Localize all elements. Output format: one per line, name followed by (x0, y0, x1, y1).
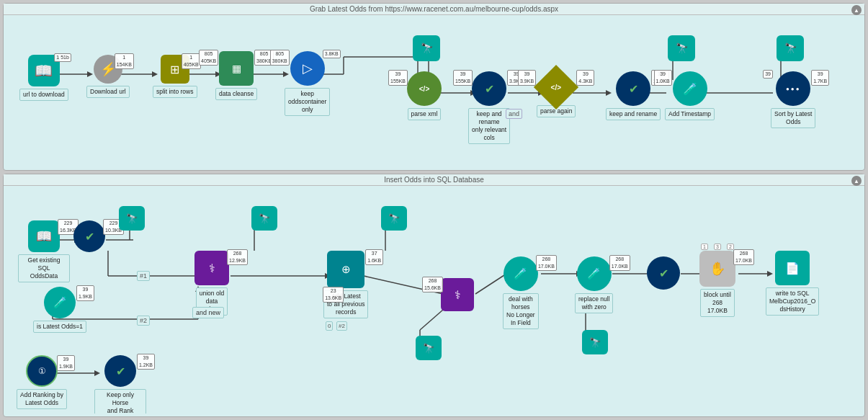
node-bino3[interactable]: 🔭 (381, 206, 407, 231)
node-keep-rename[interactable]: ✔ 393.9KB 39155KB keep andrenameonly rel… (468, 71, 510, 144)
panel2-title-text: Insert Odds into SQL Database (384, 176, 484, 184)
badge-sort-r: 391.7KB (811, 70, 829, 86)
label-hash1: #1 (137, 271, 150, 281)
node-check2[interactable]: ✔ (647, 256, 680, 290)
node-data-cleanse[interactable]: ▦ 805380KB 805405KB data cleanse (215, 51, 257, 100)
node-keep-rank[interactable]: ✔ 391.2KB Keep only Horseand Rank (94, 355, 146, 414)
node-add-timestamp[interactable]: 🧪 391.0KB Add Timestamp (665, 71, 715, 120)
panel-insert-sql: Insert Odds into SQL Database ▲ (3, 174, 865, 417)
label-keeprank: Keep only Horseand Rank (94, 389, 146, 414)
badge-null-r: 26817.0KB (609, 255, 630, 271)
badge-ranking-r: 391.9KB (57, 355, 75, 371)
svg-line-43 (475, 274, 506, 294)
badge-block-r: 26817.0KB (733, 249, 754, 265)
badge-rank-r: 391.2KB (137, 354, 155, 370)
label-keepodds: keepoddscontaineronly (285, 88, 330, 116)
label-rename: keep andrenameonly relevantcols (468, 108, 510, 144)
panel1-title: Grab Latest Odds from https://www.racene… (4, 4, 864, 15)
label-url: url to download (19, 89, 68, 101)
badge-horses-r: 26817.0KB (536, 255, 557, 271)
label-null: replace nullwith zero (575, 293, 613, 313)
node-bino-above-sort[interactable]: 🔭 (777, 35, 804, 61)
node-latest-odds[interactable]: 🧪 391.9KB is Latest Odds=1 (33, 287, 86, 333)
label-and: and (506, 109, 522, 119)
node-bino5[interactable]: 🔭 (582, 330, 608, 354)
node-bino1[interactable]: 🔭 (119, 206, 145, 231)
panel1-title-text: Grab Latest Odds from https://www.racene… (310, 5, 558, 13)
badge-addlatest-b: 2313.6KB (323, 287, 344, 303)
badge-latestodds-r: 391.9KB (76, 285, 94, 301)
label-split: split into rows (153, 86, 197, 98)
node-parse-again[interactable]: </> 394.3KB 393.9KB parse again (537, 71, 576, 117)
label-block: block until26817.0KB (700, 289, 735, 317)
panel2-title: Insert Odds into SQL Database (4, 174, 864, 186)
badge-addlatest-r: 371.6KB (365, 249, 383, 265)
badge-cleanse-l: 805405KB (199, 50, 218, 66)
badge-rename-l: 39155KB (453, 70, 473, 86)
badge-dna2-l: 26815.6KB (422, 277, 443, 292)
node-download-url[interactable]: ⚡ 1154KB Download url (86, 55, 130, 98)
label-writesql: write to SQLMelbCup2016_OdsHistory (766, 287, 819, 316)
panel-grab-odds: Grab Latest Odds from https://www.racene… (3, 3, 865, 171)
panel2-collapse[interactable]: ▲ (851, 176, 862, 186)
label-download: Download url (86, 86, 130, 98)
port-block1: 1 (701, 243, 708, 250)
panel2-flow: 📖 22916.3KB Get existing SQLOddsData ✔ 2… (4, 186, 864, 414)
node-bino-above-ts[interactable]: 🔭 (668, 35, 695, 61)
badge-url: 1 51b (54, 53, 71, 62)
label-hash2: #2 (137, 316, 150, 326)
label-parsexml: parse xml (408, 108, 442, 120)
badge-keepodds-l: 805380KB (270, 50, 290, 66)
badge-download: 1154KB (115, 53, 134, 69)
label-hash2b: #2 (336, 321, 347, 331)
node-bino4[interactable]: 🔭 (416, 336, 442, 360)
port-block3: 3 (714, 243, 721, 250)
node-replace-null[interactable]: 🧪 26817.0KB replace nullwith zero (575, 256, 613, 313)
label-zero: 0 (326, 321, 333, 331)
label-timestamp: Add Timestamp (665, 108, 715, 120)
node-add-ranking[interactable]: ① 391.9KB Add Ranking byLatest Odds (17, 355, 67, 409)
panel1-flow: 📖 1 51b url to download ⚡ 1154KB Downloa… (4, 15, 864, 167)
node-union[interactable]: ⚕ 26812.9KB union olddataand new (194, 251, 229, 316)
label-cleanse: data cleanse (215, 88, 257, 100)
main-container: Grab Latest Odds from https://www.racene… (0, 0, 868, 420)
label-latestodds: is Latest Odds=1 (33, 321, 86, 333)
badge-union-r: 26812.9KB (227, 249, 248, 265)
node-dna2[interactable]: ⚕ 26815.6KB (441, 278, 474, 311)
badge-parse2-r: 394.3KB (576, 70, 594, 86)
node-check-sql[interactable]: ✔ 22910.3KB (73, 220, 105, 252)
badge-sort-l: 39 (763, 70, 773, 79)
node-sort-odds[interactable]: ●●● 391.7KB 39 Sort by LatestOdds (771, 71, 815, 128)
badge-split: 1405KB (182, 53, 201, 69)
node-parse-xml[interactable]: </> 39155KB parse xml (407, 71, 442, 120)
node-split-rows[interactable]: ⊞ 1405KB split into rows (153, 55, 197, 98)
node-block-until[interactable]: ✋ 26817.0KB 1 2 3 block until26817.0KB (699, 251, 735, 317)
label-rename2: keep and rename (606, 108, 661, 120)
panel1-collapse[interactable]: ▲ (851, 5, 862, 15)
badge-parse2-l: 393.9KB (518, 70, 536, 86)
label-horses: deal withhorsesNo LongerIn Field (503, 293, 539, 329)
label-ranking: Add Ranking byLatest Odds (17, 389, 67, 409)
node-write-sql[interactable]: 📄 write to SQLMelbCup2016_OdsHistory (766, 251, 819, 316)
node-bino2[interactable]: 🔭 (251, 206, 277, 231)
badge-parsexml-l: 39155KB (388, 70, 408, 86)
port-block2: 2 (727, 243, 734, 250)
node-url-to-download[interactable]: 📖 1 51b url to download (19, 55, 68, 101)
label-and-new: and new (192, 307, 224, 318)
badge-ts-l: 391.0KB (654, 70, 672, 86)
node-keep-odds[interactable]: ▷ 3.8KB 805380KB keepoddscontaineronly (285, 51, 330, 116)
node-add-latest[interactable]: ⊕ 371.6KB 2313.6KB Add Latestto all prev… (323, 251, 368, 318)
node-get-sql[interactable]: 📖 22916.3KB Get existing SQLOddsData (18, 220, 70, 282)
label-sort: Sort by LatestOdds (771, 108, 815, 128)
node-bino-above-parse[interactable]: 🔭 (413, 35, 440, 61)
label-getsql: Get existing SQLOddsData (18, 254, 70, 282)
node-keep-rename2[interactable]: ✔ 391.0KB keep and rename (606, 71, 661, 120)
badge-keepodds-r: 3.8KB (323, 50, 341, 58)
node-deal-horses[interactable]: 🧪 26817.0KB deal withhorsesNo LongerIn F… (503, 256, 539, 329)
